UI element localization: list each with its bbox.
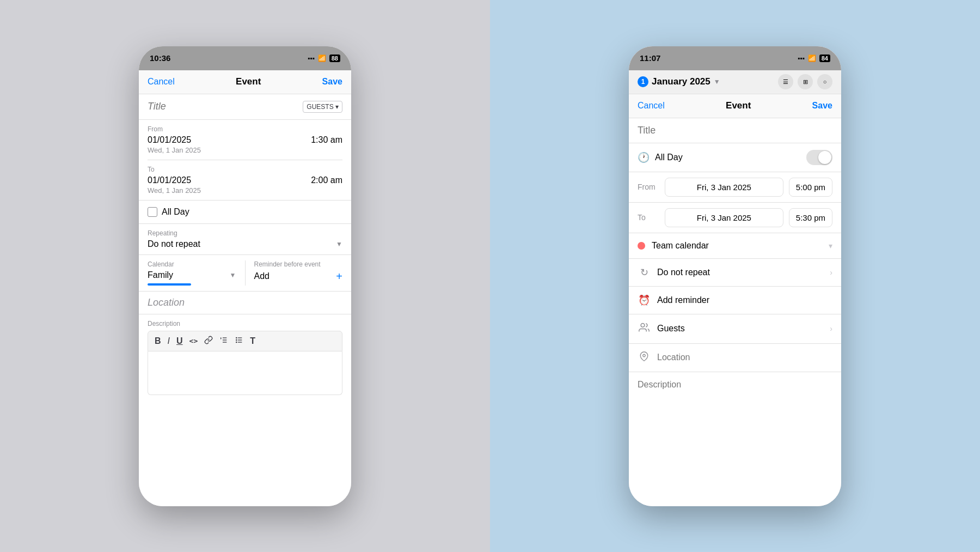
left-from-date[interactable]: 01/01/2025 [148, 135, 191, 145]
left-to-time[interactable]: 2:00 am [311, 175, 342, 185]
left-from-day: Wed, 1 Jan 2025 [148, 146, 342, 154]
italic-button[interactable]: I [168, 336, 170, 346]
left-repeating-value: Do not repeat [148, 239, 200, 249]
left-phone: 10:36 ▪▪▪ 📶 88 Cancel Event Save GUESTS … [139, 46, 351, 506]
right-description-row[interactable] [629, 372, 841, 416]
right-repeat-left: ↻ Do not repeat [638, 266, 710, 278]
right-reminder-row[interactable]: ⏰ Add reminder [629, 287, 841, 314]
right-toggle-knob [818, 151, 831, 164]
right-cal-view-list[interactable]: ☰ [778, 74, 793, 89]
left-allday-checkbox[interactable] [148, 207, 157, 217]
right-to-time-button[interactable]: 5:30 pm [789, 208, 832, 227]
svg-point-6 [236, 337, 237, 338]
right-cal-settings[interactable]: ○ [817, 74, 832, 89]
left-calendar-color-bar [148, 283, 191, 286]
right-to-row: To Fri, 3 Jan 2025 5:30 pm [629, 203, 841, 233]
format-button[interactable]: T [250, 336, 255, 346]
left-allday-row: All Day [139, 200, 351, 223]
right-month-label: January 2025 [652, 76, 710, 87]
left-cancel-button[interactable]: Cancel [148, 77, 175, 87]
right-nav-bar: Cancel Event Save [629, 94, 841, 118]
right-allday-left: 🕐 All Day [638, 151, 683, 163]
left-reminder-col: Reminder before event Add + [245, 260, 352, 286]
right-cancel-button[interactable]: Cancel [638, 101, 665, 111]
right-calendar-row[interactable]: Team calendar ▾ [629, 233, 841, 259]
right-form-content: 🕐 All Day From Fri, 3 Jan 2025 5:00 pm T… [629, 118, 841, 506]
underline-button[interactable]: U [176, 336, 183, 346]
right-from-time-button[interactable]: 5:00 pm [789, 178, 832, 197]
right-allday-label: All Day [655, 153, 683, 162]
left-reminder-value[interactable]: Add [254, 271, 270, 281]
right-calendar-badge: 1 [638, 76, 648, 87]
right-team-dot [638, 242, 645, 250]
right-guests-label: Guests [657, 324, 685, 333]
right-guests-row[interactable]: Guests › [629, 314, 841, 344]
signal-icon: ▪▪▪ [308, 54, 315, 62]
right-location-input[interactable] [657, 353, 832, 362]
right-description-input[interactable] [638, 380, 832, 390]
left-description-label: Description [148, 320, 342, 327]
right-location-icon [638, 351, 651, 364]
right-title-input[interactable] [638, 125, 832, 136]
left-repeating-row[interactable]: Repeating Do not repeat ▼ [139, 223, 351, 254]
bold-button[interactable]: B [155, 336, 161, 346]
right-battery-badge: 84 [819, 54, 830, 62]
right-allday-row: 🕐 All Day [629, 143, 841, 172]
left-title-row: GUESTS ▾ [139, 94, 351, 120]
unordered-list-button[interactable] [235, 336, 243, 347]
code-button[interactable]: <> [189, 337, 198, 345]
right-guests-left: Guests [638, 322, 685, 336]
battery-badge: 88 [329, 54, 340, 62]
right-reminder-label: Add reminder [657, 295, 709, 305]
left-repeating-value-row: Do not repeat ▼ [148, 239, 342, 249]
left-to-day: Wed, 1 Jan 2025 [148, 186, 342, 195]
right-repeat-row[interactable]: ↻ Do not repeat › [629, 259, 841, 287]
left-calendar-reminder-row: Calendar Family ▼ Reminder before event … [139, 254, 351, 291]
right-status-bar: 11:07 ▪▪▪ 📶 84 [629, 46, 841, 70]
right-repeat-icon: ↻ [638, 266, 651, 278]
left-location-input[interactable]: Location [148, 297, 185, 308]
right-cal-icons: ☰ ⊞ ○ [778, 74, 832, 89]
right-location-row[interactable] [629, 344, 841, 372]
left-to-label: To [148, 166, 342, 173]
right-calendar-right: ▾ [829, 241, 832, 250]
left-add-reminder-button[interactable]: + [336, 270, 342, 283]
svg-point-10 [643, 354, 646, 357]
right-guests-chevron: › [830, 324, 832, 333]
left-from-time[interactable]: 1:30 am [311, 135, 342, 145]
left-to-date[interactable]: 01/01/2025 [148, 175, 191, 185]
left-description-editor[interactable] [148, 351, 342, 395]
right-calendar-month: 1 January 2025 ▼ [638, 76, 720, 87]
link-button[interactable] [204, 336, 213, 347]
right-signal-icon: ▪▪▪ [798, 54, 805, 62]
left-reminder-value-row: Add + [254, 270, 343, 283]
right-to-label: To [638, 213, 659, 222]
left-save-button[interactable]: Save [322, 77, 342, 87]
ordered-list-button[interactable] [219, 336, 228, 347]
left-status-icons: ▪▪▪ 📶 88 [308, 54, 340, 62]
right-calendar-label: Team calendar [652, 241, 709, 251]
right-allday-icon: 🕐 [638, 151, 650, 163]
right-save-button[interactable]: Save [812, 101, 832, 111]
left-title-input[interactable] [148, 101, 303, 112]
right-status-time: 11:07 [640, 53, 660, 63]
right-cal-view-grid[interactable]: ⊞ [798, 74, 813, 89]
left-status-bar: 10:36 ▪▪▪ 📶 88 [139, 46, 351, 70]
left-location-row[interactable]: Location [139, 291, 351, 314]
right-to-date-button[interactable]: Fri, 3 Jan 2025 [665, 208, 783, 227]
left-description-section: Description B I U <> T [139, 314, 351, 401]
right-from-date-button[interactable]: Fri, 3 Jan 2025 [665, 178, 783, 197]
left-calendar-chevron: ▼ [230, 271, 236, 279]
left-calendar-value[interactable]: Family [148, 270, 173, 280]
right-wifi-icon: 📶 [808, 54, 816, 62]
left-to-row: To 01/01/2025 2:00 am Wed, 1 Jan 2025 [139, 160, 351, 200]
right-calendar-topbar: 1 January 2025 ▼ ☰ ⊞ ○ [629, 70, 841, 94]
right-allday-toggle[interactable] [806, 150, 832, 165]
left-repeating-label: Repeating [148, 229, 342, 237]
left-to-value-row: 01/01/2025 2:00 am [148, 175, 342, 185]
left-guests-button[interactable]: GUESTS ▾ [303, 101, 342, 113]
left-background: 10:36 ▪▪▪ 📶 88 Cancel Event Save GUESTS … [0, 0, 490, 552]
right-from-row: From Fri, 3 Jan 2025 5:00 pm [629, 172, 841, 203]
svg-point-8 [236, 342, 237, 342]
left-rich-toolbar: B I U <> T [148, 331, 342, 351]
